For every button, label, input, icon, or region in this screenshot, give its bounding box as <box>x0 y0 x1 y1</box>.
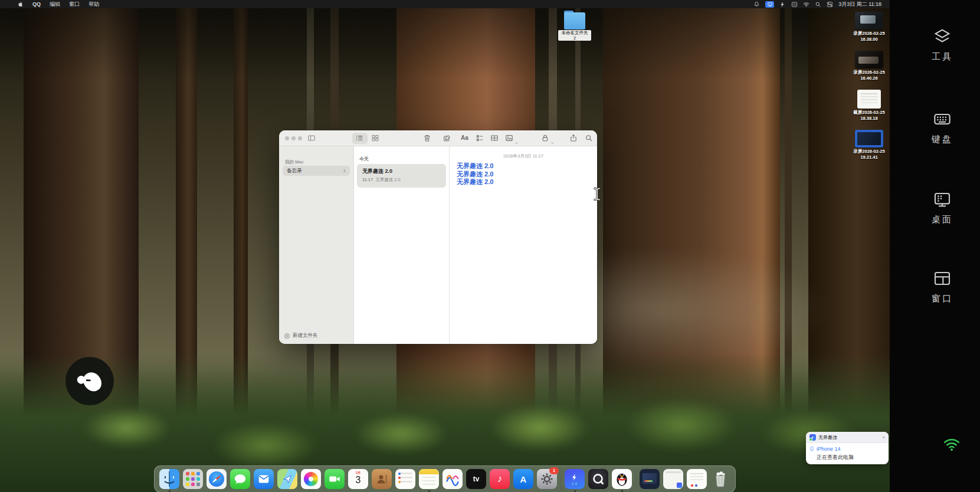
list-view-button[interactable] <box>355 134 363 142</box>
wallpaper-bush <box>354 413 448 454</box>
menu-app-name[interactable]: QQ <box>32 1 41 7</box>
note-link-line[interactable]: 无界趣连 2.0 <box>457 178 493 186</box>
lock-note-button[interactable] <box>541 134 549 142</box>
menu-item-edit[interactable]: 编辑 <box>50 1 60 8</box>
dock-item-appletv[interactable]: tv <box>466 469 486 489</box>
menu-bar: QQ 编辑 窗口 帮助 3月3日 周二 11:18 <box>0 0 890 8</box>
video-thumbnail-icon <box>855 130 883 147</box>
dock-item-facetime[interactable] <box>325 469 345 489</box>
dock-item-quicktime[interactable] <box>588 469 608 489</box>
dock-item-maps[interactable] <box>277 469 297 489</box>
menu-item-window[interactable]: 窗口 <box>69 1 80 8</box>
dock-item-appstore[interactable]: A <box>513 469 533 489</box>
dock-item-launchpad[interactable] <box>183 469 203 489</box>
dock-item-contacts[interactable] <box>372 469 392 489</box>
dock-item-messages[interactable] <box>230 469 250 489</box>
format-button[interactable]: Aa <box>461 135 468 141</box>
keyboard-label: 键盘 <box>932 134 953 145</box>
list-section-today: 今天 <box>359 156 369 162</box>
new-folder-label: 新建文件夹 <box>293 332 318 339</box>
window-close-button[interactable] <box>285 136 289 140</box>
new-folder-button[interactable]: 新建文件夹 <box>284 332 318 339</box>
control-center-icon[interactable] <box>827 1 833 8</box>
note-list-item[interactable]: 无界趣连 2.0 11:17无界趣连 2.0 <box>357 164 446 188</box>
window-label: 窗口 <box>932 293 953 304</box>
notification-body: iPhone 14 正在查看此电脑 <box>806 443 889 461</box>
notification-panel[interactable]: 无界趣连 » iPhone 14 正在查看此电脑 <box>806 432 889 464</box>
desktop-file-screenshot[interactable]: 截屏2026-02-2518.38.18 <box>848 90 890 121</box>
apple-menu-icon[interactable] <box>18 1 24 8</box>
dock-item-reminders[interactable] <box>395 469 415 489</box>
dock-minimized-window-2[interactable] <box>663 469 683 489</box>
ibeam-cursor <box>593 187 601 201</box>
dock-item-freeform[interactable] <box>443 469 463 489</box>
checklist-button[interactable] <box>476 134 484 142</box>
input-method-icon[interactable] <box>791 1 798 8</box>
notification-bell-icon[interactable] <box>753 1 760 8</box>
appstore-glyph: A <box>520 474 527 484</box>
note-editor[interactable]: 2026年3月3日 11:17 无界趣连 2.0 无界趣连 2.0 无界趣连 2… <box>450 146 597 344</box>
dock-item-wujie[interactable]: 2.0 <box>565 469 585 489</box>
calendar-month: 3月 <box>348 471 368 475</box>
dock-item-photos[interactable] <box>301 469 321 489</box>
menu-bar-clock[interactable]: 3月3日 周二 11:18 <box>838 1 881 8</box>
new-note-button[interactable] <box>443 134 451 142</box>
dock-item-notes[interactable] <box>419 469 439 489</box>
note-link-line[interactable]: 无界趣连 2.0 <box>457 170 493 179</box>
sidebar-toggle-button[interactable] <box>307 134 316 142</box>
dock-minimized-window-3[interactable] <box>687 469 707 489</box>
dock-item-trash[interactable] <box>710 469 730 489</box>
wallpaper-bush <box>83 407 171 448</box>
dock-item-settings[interactable]: 1 <box>537 469 557 489</box>
sidebar-item-keyboard[interactable]: 键盘 <box>910 110 975 145</box>
file-label: 录屏2026-02-2519.21.41 <box>848 149 890 160</box>
note-date: 2026年3月3日 11:17 <box>450 153 597 159</box>
notification-expand-chevron[interactable]: » <box>883 435 885 440</box>
wifi-menu-icon[interactable] <box>803 1 809 8</box>
screen-sharing-status-icon[interactable] <box>765 1 774 8</box>
table-button[interactable] <box>490 134 499 142</box>
desktop-file-recording-1[interactable]: 录屏2026-02-2516.38.00 <box>848 12 890 42</box>
window-zoom-button[interactable] <box>298 136 302 140</box>
desktop-file-recording-3[interactable]: 录屏2026-02-2519.21.41 <box>848 130 890 160</box>
wallpaper-canopy-shade <box>0 8 890 79</box>
desktop-file-recording-2[interactable]: 录屏2026-02-2516.40.26 <box>848 51 890 81</box>
remote-mouse-mode-button[interactable] <box>65 357 114 405</box>
dock-item-music[interactable]: ♪ <box>490 469 510 489</box>
dock-item-calendar[interactable]: 3月3 <box>348 469 368 489</box>
delete-note-button[interactable] <box>423 134 431 142</box>
media-button[interactable] <box>505 134 513 142</box>
video-thumbnail-icon <box>855 12 883 29</box>
mouse-icon <box>71 362 109 401</box>
dock-item-mail[interactable] <box>254 469 274 489</box>
media-chevron-icon[interactable] <box>514 137 519 141</box>
sidebar-item-desktop[interactable]: 桌面 <box>910 190 975 225</box>
menu-item-help[interactable]: 帮助 <box>89 1 99 8</box>
dock-item-qq[interactable] <box>612 469 632 489</box>
share-button[interactable] <box>569 134 578 142</box>
note-link-line[interactable]: 无界趣连 2.0 <box>457 162 493 170</box>
notes-toolbar: Aa <box>279 130 597 146</box>
keyboard-icon <box>933 110 952 129</box>
display-icon <box>767 2 773 7</box>
online-status-dot <box>809 438 812 441</box>
dock-item-finder[interactable] <box>159 469 179 489</box>
sidebar-item-window[interactable]: 窗口 <box>910 269 975 304</box>
search-button[interactable] <box>585 134 593 142</box>
remote-mac-screen: QQ 编辑 窗口 帮助 3月3日 周二 11:18 未命名文件夹 2 录屏202… <box>0 0 890 492</box>
notification-message: 正在查看此电脑 <box>817 454 885 461</box>
lock-chevron-icon[interactable] <box>550 137 555 141</box>
wallpaper-bush <box>490 404 590 451</box>
window-minimize-button[interactable] <box>291 136 296 140</box>
sidebar-item-tools[interactable]: 工具 <box>910 27 975 63</box>
dock-item-safari[interactable] <box>207 469 227 489</box>
lightning-menu-icon[interactable] <box>779 1 786 8</box>
desktop-folder-untitled-2[interactable]: 未命名文件夹 2 <box>558 11 591 42</box>
note-time: 11:17 <box>362 177 373 182</box>
dock-minimized-window-1[interactable] <box>640 469 660 489</box>
screenshot-thumbnail-icon <box>857 90 881 109</box>
gallery-view-button[interactable] <box>371 134 379 142</box>
spotlight-search-icon[interactable] <box>815 1 821 8</box>
monitor-icon <box>933 190 952 209</box>
sidebar-folder-notes[interactable]: 备忘录 1 <box>283 166 350 176</box>
